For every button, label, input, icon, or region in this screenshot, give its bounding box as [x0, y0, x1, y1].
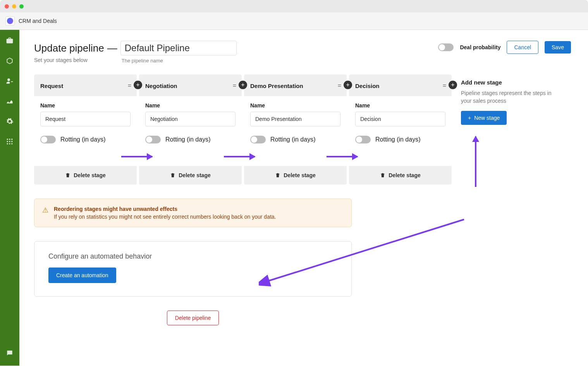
stage-card-decision: Decision = + Name Rotting (in days) Dele…	[349, 74, 452, 185]
save-button[interactable]: Save	[545, 41, 571, 54]
delete-stage-button[interactable]: Delete stage	[244, 166, 347, 185]
annotation-arrow	[475, 136, 476, 187]
name-field-label: Name	[355, 102, 445, 109]
delete-stage-label: Delete stage	[74, 172, 105, 178]
svg-point-7	[9, 143, 10, 144]
chat-icon	[6, 349, 14, 357]
drag-handle-icon[interactable]: =	[128, 82, 131, 89]
title-separator: —	[107, 42, 117, 54]
rotting-toggle[interactable]	[355, 136, 371, 143]
header-actions: Deal probability Cancel Save	[438, 41, 571, 54]
rotting-label: Rotting (in days)	[375, 136, 421, 143]
stage-title: Request	[40, 83, 63, 89]
app-logo	[5, 16, 15, 26]
svg-point-0	[7, 139, 8, 140]
delete-stage-label: Delete stage	[179, 172, 210, 178]
sidebar	[0, 30, 19, 366]
rotting-label: Rotting (in days)	[270, 136, 316, 143]
sidebar-item-products[interactable]	[5, 56, 14, 66]
automation-box: Configure an automated behavior Create a…	[34, 241, 352, 297]
stage-title: Negotiation	[145, 83, 177, 89]
drag-handle-icon[interactable]: =	[338, 82, 340, 89]
pipeline-name-input[interactable]	[120, 41, 237, 55]
delete-pipeline-button[interactable]: Delete pipeline	[167, 311, 219, 325]
plus-icon: +	[468, 115, 471, 121]
deal-probability-label: Deal probability	[460, 44, 500, 50]
stage-title: Demo Presentation	[250, 83, 303, 89]
app-header: CRM and Deals	[0, 12, 588, 30]
stage-name-input[interactable]	[250, 112, 340, 126]
deal-probability-toggle[interactable]	[438, 43, 454, 51]
warning-box: ⚠ Reordering stages might have unwanted …	[34, 199, 352, 227]
grid-icon	[6, 138, 14, 145]
pipeline-name-hint: The pipeline name	[122, 58, 163, 64]
delete-stage-button[interactable]: Delete stage	[349, 166, 452, 185]
page-subtitle: Set your stages below	[34, 57, 88, 64]
chart-icon	[6, 97, 14, 105]
svg-point-3	[7, 141, 8, 142]
trash-icon	[65, 173, 70, 178]
add-stage-title: Add new stage	[461, 79, 562, 86]
rotting-label: Rotting (in days)	[60, 136, 106, 143]
warning-icon: ⚠	[42, 206, 48, 220]
svg-point-4	[9, 141, 10, 142]
page-header: Update pipeline — Set your stages below …	[34, 41, 571, 64]
sidebar-item-deals[interactable]	[5, 36, 14, 45]
rotting-toggle[interactable]	[250, 136, 266, 143]
sidebar-item-chat[interactable]	[5, 349, 14, 358]
maximize-window-button[interactable]	[19, 4, 24, 9]
stage-card-request: Request = + Name Rotting (in days) Delet…	[34, 74, 137, 185]
add-stage-between-button[interactable]: +	[134, 81, 142, 89]
sidebar-item-settings[interactable]	[5, 117, 14, 126]
svg-point-6	[7, 143, 8, 144]
box-icon	[6, 57, 14, 65]
drag-handle-icon[interactable]: =	[233, 82, 236, 89]
stage-card-demo-presentation: Demo Presentation = + Name Rotting (in d…	[244, 74, 347, 185]
stages-container: Request = + Name Rotting (in days) Delet…	[34, 74, 571, 185]
cancel-button[interactable]: Cancel	[507, 41, 538, 54]
create-automation-button[interactable]: Create an automation	[48, 268, 116, 283]
drag-handle-icon[interactable]: =	[443, 82, 445, 89]
briefcase-icon	[6, 37, 14, 45]
sidebar-item-reports[interactable]	[5, 97, 14, 106]
trash-icon	[275, 173, 280, 178]
delete-pipeline-row: Delete pipeline	[34, 311, 352, 325]
stage-card-negotiation: Negotiation = + Name Rotting (in days) D…	[139, 74, 242, 185]
add-stage-panel: Add new stage Pipeline stages represent …	[461, 74, 562, 125]
rotting-toggle[interactable]	[40, 136, 56, 143]
close-window-button[interactable]	[5, 4, 9, 9]
warning-text: If you rely on statistics you might not …	[54, 214, 276, 220]
trash-icon	[170, 173, 175, 178]
new-stage-label: New stage	[474, 115, 500, 121]
delete-stage-button[interactable]: Delete stage	[34, 166, 137, 185]
delete-stage-button[interactable]: Delete stage	[139, 166, 242, 185]
main-content: Update pipeline — Set your stages below …	[19, 30, 588, 366]
automation-title: Configure an automated behavior	[48, 252, 337, 261]
page-title: Update pipeline	[34, 42, 104, 54]
add-stage-between-button[interactable]: +	[344, 81, 352, 89]
add-stage-desc: Pipeline stages represent the steps in y…	[461, 90, 562, 105]
rotting-toggle[interactable]	[145, 136, 161, 143]
svg-point-1	[9, 139, 10, 140]
warning-title: Reordering stages might have unwanted ef…	[54, 206, 276, 212]
app-title: CRM and Deals	[19, 18, 57, 24]
add-stage-between-button[interactable]: +	[449, 81, 457, 89]
minimize-window-button[interactable]	[12, 4, 16, 9]
new-stage-button[interactable]: + New stage	[461, 111, 507, 125]
trash-icon	[380, 173, 385, 178]
stage-name-input[interactable]	[355, 112, 445, 126]
add-stage-between-button[interactable]: +	[239, 81, 247, 89]
stage-title: Decision	[355, 83, 380, 89]
name-field-label: Name	[145, 102, 236, 109]
gear-icon	[6, 117, 14, 125]
sidebar-item-contacts[interactable]	[5, 76, 14, 86]
stage-name-input[interactable]	[40, 112, 131, 126]
delete-stage-label: Delete stage	[389, 172, 420, 178]
user-minus-icon	[6, 77, 14, 85]
delete-stage-label: Delete stage	[284, 172, 315, 178]
name-field-label: Name	[250, 102, 340, 109]
sidebar-item-apps[interactable]	[5, 137, 14, 146]
name-field-label: Name	[40, 102, 131, 109]
rotting-label: Rotting (in days)	[165, 136, 211, 143]
stage-name-input[interactable]	[145, 112, 236, 126]
